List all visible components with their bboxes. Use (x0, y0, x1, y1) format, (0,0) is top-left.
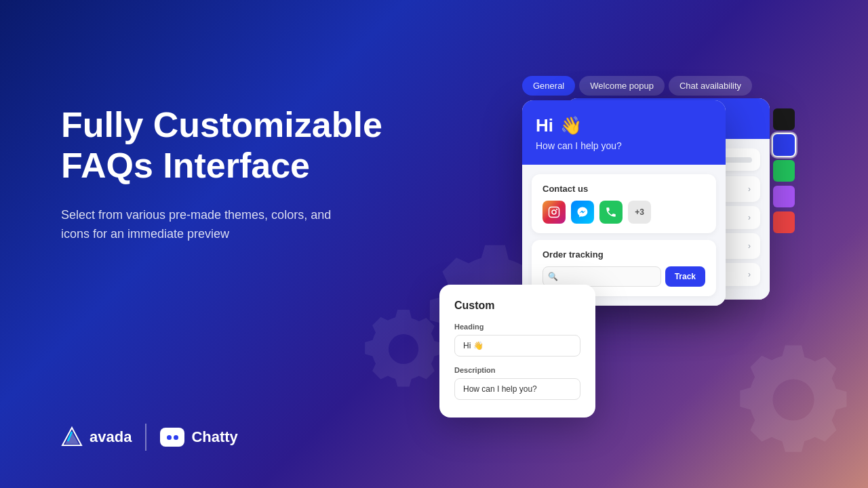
swatch-purple[interactable] (773, 186, 795, 207)
faq-chevron-2: › (748, 213, 751, 222)
more-contacts-button[interactable]: +3 (628, 201, 651, 224)
search-icon: 🔍 (548, 272, 558, 281)
swatch-blue[interactable] (773, 134, 795, 156)
logo-bar: avada Chatty (61, 424, 238, 451)
custom-panel: Custom Heading Description (439, 285, 595, 418)
widget-greeting: Hi 👋 (536, 115, 712, 136)
tab-chat-availability[interactable]: Chat availability (669, 76, 752, 96)
svg-point-4 (552, 210, 556, 214)
swatch-red[interactable] (773, 211, 795, 233)
svg-point-5 (556, 209, 557, 210)
svg-rect-3 (549, 207, 559, 218)
faq-chevron-1: › (748, 184, 751, 194)
swatch-black[interactable] (773, 108, 795, 130)
sub-text: Select from various pre-made themes, col… (61, 205, 359, 245)
custom-panel-title: Custom (454, 300, 580, 312)
phone-icon[interactable] (599, 201, 623, 224)
swatch-green[interactable] (773, 160, 795, 182)
messenger-icon[interactable] (571, 201, 594, 224)
faq-chevron-4: › (748, 270, 751, 279)
faq-chevron-3: › (748, 241, 751, 251)
logo-divider (145, 424, 146, 451)
description-input[interactable] (454, 378, 580, 400)
tracking-title: Order tracking (542, 249, 705, 260)
description-label: Description (454, 366, 580, 374)
chatty-logo: Chatty (160, 428, 237, 447)
main-heading: Fully Customizable FAQs Interface (61, 105, 434, 186)
tab-general[interactable]: General (522, 76, 575, 96)
heading-input[interactable] (454, 335, 580, 357)
tracking-input-wrap: 🔍 (542, 266, 661, 287)
contact-title: Contact us (542, 184, 705, 194)
avada-icon (61, 426, 83, 448)
instagram-icon[interactable] (542, 201, 566, 224)
contact-card: Contact us (532, 174, 716, 233)
color-swatches (773, 108, 795, 233)
track-button[interactable]: Track (665, 266, 705, 287)
tracking-input-row: 🔍 Track (542, 266, 705, 287)
tracking-input[interactable] (542, 266, 661, 287)
widget-subheading: How can I help you? (536, 140, 712, 151)
widget-card: Hi 👋 How can I help you? Contact us (522, 100, 726, 306)
left-section: Fully Customizable FAQs Interface Select… (61, 105, 434, 244)
tab-bar: General Welcome popup Chat availability (522, 76, 752, 96)
tab-welcome-popup[interactable]: Welcome popup (579, 76, 665, 96)
avada-logo: avada (61, 426, 132, 448)
widget-header: Hi 👋 How can I help you? (522, 100, 726, 165)
chatty-icon (160, 428, 184, 447)
heading-label: Heading (454, 323, 580, 331)
wave-emoji: 👋 (560, 115, 582, 136)
contact-icons: +3 (542, 201, 705, 224)
